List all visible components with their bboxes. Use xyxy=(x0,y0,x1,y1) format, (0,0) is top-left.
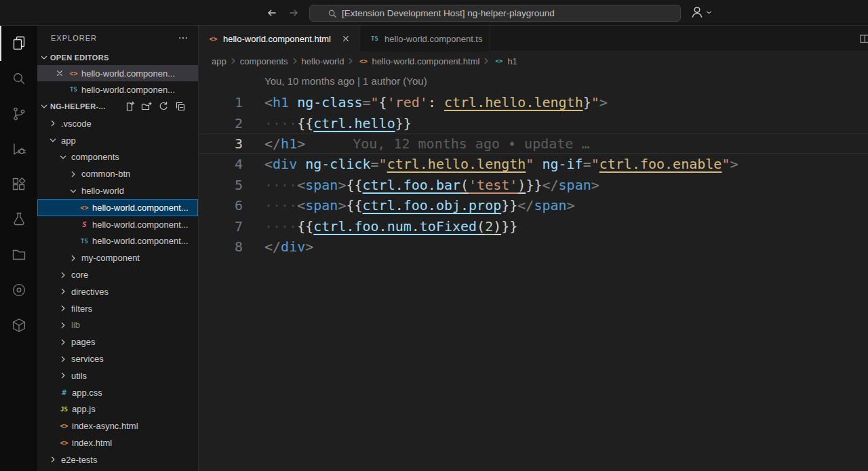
tree-folder-item[interactable]: e2e-tests xyxy=(37,451,198,468)
tree-folder-item[interactable]: my-component xyxy=(37,249,198,266)
code-line[interactable]: 3</h1>You, 12 months ago • update … xyxy=(199,134,868,154)
testing-icon[interactable] xyxy=(0,202,37,237)
tree-file-item[interactable]: #app.css xyxy=(37,384,198,401)
chevron-right-icon xyxy=(48,454,59,465)
accounts-button[interactable] xyxy=(690,5,713,19)
more-actions-icon[interactable] xyxy=(178,33,189,43)
collapse-all-icon[interactable] xyxy=(175,101,186,112)
code-line[interactable]: 4<div ng-click="ctrl.hello.length" ng-if… xyxy=(199,154,868,174)
breadcrumb-item[interactable]: <>h1 xyxy=(493,56,517,66)
new-file-icon[interactable] xyxy=(124,101,135,112)
tree-folder-item[interactable]: common-btn xyxy=(37,165,198,182)
tree-folder-item[interactable]: utils xyxy=(37,367,198,384)
tree-folder-item[interactable]: filters xyxy=(37,300,198,317)
code-token: : xyxy=(428,94,444,110)
open-editors-label: OPEN EDITORS xyxy=(50,54,109,62)
tree-folder-item[interactable]: directives xyxy=(37,283,198,300)
tree-folder-item[interactable]: .vscode xyxy=(37,115,198,132)
chevron-right-icon xyxy=(229,56,238,66)
open-editors-header[interactable]: OPEN EDITORS xyxy=(37,49,198,65)
tree-folder-item[interactable]: services xyxy=(37,350,198,367)
open-editor-item[interactable]: TShello-world.componen... xyxy=(37,81,198,98)
code-token: ng-click xyxy=(305,156,370,172)
tree-folder-item[interactable]: hello-world xyxy=(37,182,198,199)
file-label: hello-world xyxy=(81,186,124,196)
code-token: ctrl.hello xyxy=(313,115,395,131)
inline-blame: You, 12 months ago • update … xyxy=(353,136,589,152)
tree-folder-item[interactable]: core xyxy=(37,266,198,283)
tree-file-item[interactable]: Shello-world.component... xyxy=(37,216,198,233)
forward-arrow-icon[interactable] xyxy=(285,5,302,21)
html-file-icon: <> xyxy=(357,58,369,65)
tree-folder-item[interactable]: components xyxy=(37,149,198,166)
code-token: = xyxy=(371,156,379,172)
tab-label: hello-world.component.ts xyxy=(384,34,483,44)
package-icon[interactable] xyxy=(0,308,37,343)
explorer-icon[interactable] xyxy=(0,26,37,61)
sidebar-title: EXPLORER xyxy=(51,34,97,42)
code-editor[interactable]: You, 10 months ago | 1 author (You) 1<h1… xyxy=(199,70,868,471)
tree-file-item[interactable]: <>index.html xyxy=(37,434,198,451)
editor-tab[interactable]: TShello-world.component.ts xyxy=(360,26,490,52)
close-icon[interactable] xyxy=(54,67,66,79)
code-token: ctrl.foo.enable xyxy=(599,156,722,172)
tree-folder-item[interactable]: pages xyxy=(37,333,198,350)
source-control-icon[interactable] xyxy=(0,96,37,131)
search-icon[interactable] xyxy=(0,61,37,96)
close-icon[interactable] xyxy=(339,32,353,45)
refresh-icon[interactable] xyxy=(158,101,169,112)
breadcrumb-label: hello-world xyxy=(302,56,344,66)
editor-tab[interactable]: <>hello-world.component.html xyxy=(199,26,360,52)
folder-section-header[interactable]: NG-HELPER-... xyxy=(37,98,198,115)
extensions-icon[interactable] xyxy=(0,167,37,202)
breadcrumb-item[interactable]: app xyxy=(212,56,226,66)
tree-folder-item[interactable]: app xyxy=(37,132,198,149)
code-token: ) xyxy=(517,177,526,193)
open-editor-item[interactable]: <>hello-world.componen... xyxy=(37,65,198,81)
code-line[interactable]: 7····{{ctrl.foo.num.toFixed(2)}} xyxy=(199,216,868,236)
code-line[interactable]: 5····<span>{{ctrl.foo.bar('test')}}</spa… xyxy=(199,175,868,195)
code-token: > xyxy=(338,197,346,213)
folder-view-icon[interactable] xyxy=(0,237,37,272)
search-text: [Extension Development Host] ng-helper-p… xyxy=(342,8,555,18)
code-line[interactable]: 2····{{ctrl.hello}} xyxy=(199,112,868,133)
code-token: </ xyxy=(542,177,558,193)
new-folder-icon[interactable] xyxy=(141,101,152,112)
breadcrumb-item[interactable]: components xyxy=(240,56,288,66)
breadcrumb-item[interactable]: hello-world xyxy=(302,56,344,66)
file-label: core xyxy=(71,270,88,280)
file-label: app.js xyxy=(72,404,96,414)
file-label: app xyxy=(61,136,76,146)
code-line[interactable]: 6····<span>{{ctrl.foo.obj.prop}}</span> xyxy=(199,195,868,216)
breadcrumb-label: app xyxy=(212,56,226,66)
code-token: < xyxy=(297,177,305,193)
line-number: 3 xyxy=(199,136,243,152)
code-line[interactable]: 8</div> xyxy=(199,237,868,257)
code-token: ···· xyxy=(264,177,297,193)
code-token: " xyxy=(722,156,730,172)
html-file-icon: <> xyxy=(58,422,70,430)
command-center-search[interactable]: [Extension Development Host] ng-helper-p… xyxy=(309,5,681,22)
codelens-blame[interactable]: You, 10 months ago | 1 author (You) xyxy=(264,75,868,92)
code-token: { xyxy=(379,94,387,110)
run-debug-icon[interactable] xyxy=(0,131,37,167)
chevron-right-icon xyxy=(58,354,69,365)
chevron-right-icon xyxy=(58,303,69,314)
tree-file-item[interactable]: <>index-async.html xyxy=(37,417,198,434)
code-token: div xyxy=(273,156,297,172)
line-number: 7 xyxy=(199,218,243,234)
breadcrumb-item[interactable]: <>hello-world.component.html xyxy=(357,56,479,66)
back-arrow-icon[interactable] xyxy=(263,5,281,21)
tree-file-item[interactable]: TShello-world.component... xyxy=(37,233,198,250)
nav-arrows xyxy=(263,5,302,21)
code-token: span xyxy=(305,197,338,213)
tree-file-item[interactable]: JSapp.js xyxy=(37,401,198,418)
tree-file-item[interactable]: <>hello-world.component... xyxy=(37,199,198,216)
live-preview-icon[interactable] xyxy=(0,272,37,308)
line-number: 2 xyxy=(199,115,243,131)
split-editor-icon[interactable] xyxy=(859,33,868,44)
tree-folder-item[interactable]: lib xyxy=(37,317,198,334)
explorer-sidebar: EXPLORER OPEN EDITORS <>hello-world.comp… xyxy=(37,26,199,471)
html-file-icon: <> xyxy=(58,439,70,447)
code-line[interactable]: 1<h1 ng-class="{'red': ctrl.hello.length… xyxy=(199,92,868,112)
